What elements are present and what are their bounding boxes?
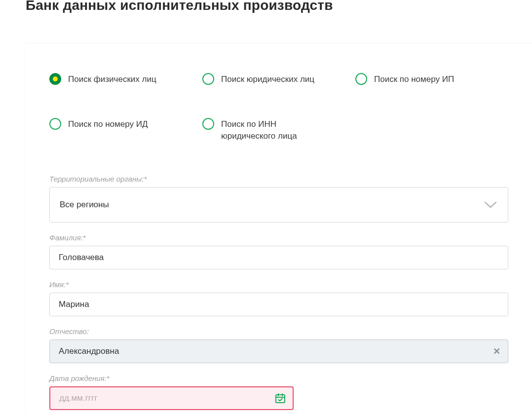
birthdate-label: Дата рождения:* — [49, 374, 508, 382]
calendar-icon[interactable] — [275, 393, 286, 404]
search-card: Поиск физических лиц Поиск юридических л… — [26, 43, 532, 415]
firstname-group: Имя:* — [49, 280, 508, 316]
radio-circle-icon — [202, 118, 214, 130]
page-title: Банк данных исполнительных производств — [0, 0, 532, 13]
radio-label: Поиск по номеру ИП — [374, 73, 454, 86]
middlename-label: Отчество: — [49, 327, 508, 336]
svg-rect-0 — [276, 395, 285, 403]
radio-circle-icon — [49, 118, 61, 130]
lastname-label: Фамилия:* — [49, 233, 508, 242]
radio-id-number[interactable]: Поиск по номеру ИД — [49, 118, 202, 143]
lastname-input[interactable] — [49, 246, 508, 269]
region-select[interactable]: Все регионы — [49, 187, 508, 223]
radio-label: Поиск по ИНН юридического лица — [221, 118, 331, 143]
radio-label: Поиск по номеру ИД — [68, 118, 148, 131]
chevron-down-icon — [484, 201, 497, 209]
radio-circle-icon — [355, 73, 367, 85]
radio-ip-number[interactable]: Поиск по номеру ИП — [355, 73, 494, 86]
lastname-group: Фамилия:* — [49, 233, 508, 269]
radio-individuals[interactable]: Поиск физических лиц — [49, 73, 202, 86]
radio-inn-legal[interactable]: Поиск по ИНН юридического лица — [202, 118, 331, 143]
region-label: Территориальные органы:* — [49, 175, 508, 183]
radio-circle-icon — [49, 73, 61, 85]
radio-label: Поиск физических лиц — [68, 73, 156, 86]
radio-circle-icon — [202, 73, 214, 85]
radio-label: Поиск юридических лиц — [221, 73, 314, 86]
middlename-group: Отчество: ✕ — [49, 327, 508, 363]
birthdate-input[interactable] — [49, 386, 294, 410]
region-group: Территориальные органы:* Все регионы — [49, 175, 508, 223]
region-value: Все регионы — [60, 200, 109, 210]
clear-icon[interactable]: ✕ — [493, 346, 500, 357]
middlename-input[interactable] — [49, 340, 508, 363]
birthdate-group: Дата рождения:* — [49, 374, 508, 410]
radio-legal-entities[interactable]: Поиск юридических лиц — [202, 73, 355, 86]
radio-group: Поиск физических лиц Поиск юридических л… — [49, 73, 508, 175]
firstname-input[interactable] — [49, 293, 508, 316]
firstname-label: Имя:* — [49, 280, 508, 289]
